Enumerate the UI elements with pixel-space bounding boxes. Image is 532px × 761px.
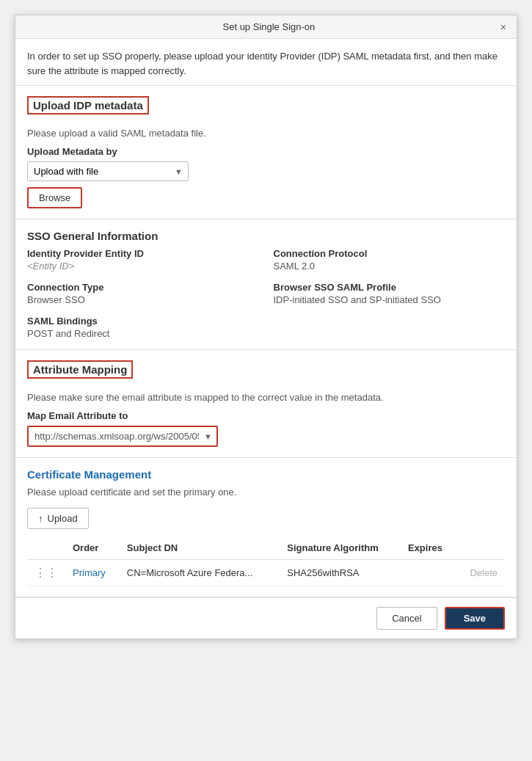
save-button[interactable]: Save: [445, 607, 505, 630]
map-email-label: Map Email Attribute to: [27, 410, 505, 421]
table-row: ⋮⋮ Primary CN=Microsoft Azure Federa... …: [27, 560, 505, 586]
upload-certificate-button[interactable]: ↑ Upload: [27, 508, 89, 529]
field-connection-type-value: Browser SSO: [27, 294, 259, 305]
upload-icon: ↑: [38, 513, 43, 524]
cert-subject-dn: CN=Microsoft Azure Federa...: [120, 560, 280, 586]
col-order: Order: [65, 536, 120, 560]
field-connection-protocol: Connection Protocol SAML 2.0: [274, 248, 506, 272]
col-subject-dn: Subject DN: [120, 536, 280, 560]
field-connection-type: Connection Type Browser SSO: [27, 282, 259, 305]
field-browser-sso-profile: Browser SSO SAML Profile IDP-initiated S…: [274, 282, 506, 305]
upload-method-select[interactable]: Upload with file Upload with URL: [27, 161, 189, 181]
certificate-management-subtitle: Please upload certificate and set the pr…: [27, 487, 505, 498]
certificate-management-title: Certificate Management: [27, 468, 505, 481]
modal-title: Set up Single Sign-on: [37, 21, 500, 32]
drag-handle: ⋮⋮: [27, 560, 65, 586]
col-drag: [27, 536, 65, 560]
map-email-select[interactable]: http://schemas.xmlsoap.org/ws/2005/05/id…: [27, 426, 218, 447]
field-entity-id-value: <Entity ID>: [27, 261, 259, 272]
cert-expires: [401, 560, 456, 586]
col-expires: Expires: [401, 536, 456, 560]
cert-order: Primary: [65, 560, 120, 586]
close-button[interactable]: ×: [500, 22, 506, 32]
col-action: [456, 536, 505, 560]
field-saml-bindings-label: SAML Bindings: [27, 316, 259, 327]
certificate-table: Order Subject DN Signature Algorithm Exp…: [27, 536, 505, 586]
upload-button-label: Upload: [48, 513, 78, 524]
attribute-mapping-title: Attribute Mapping: [27, 360, 133, 379]
field-connection-protocol-value: SAML 2.0: [274, 261, 506, 272]
field-browser-sso-profile-value: IDP-initiated SSO and SP-initiated SSO: [274, 294, 506, 305]
modal-footer: Cancel Save: [15, 597, 517, 638]
cert-table-header-row: Order Subject DN Signature Algorithm Exp…: [27, 536, 505, 560]
field-entity-id: Identity Provider Entity ID <Entity ID>: [27, 248, 259, 272]
intro-text: In order to set up SSO properly, please …: [27, 51, 498, 76]
map-email-select-wrapper: http://schemas.xmlsoap.org/ws/2005/05/id…: [27, 426, 218, 447]
modal-body: In order to set up SSO properly, please …: [15, 39, 517, 597]
sso-general-title: SSO General Information: [27, 230, 505, 242]
modal-header: Set up Single Sign-on ×: [15, 15, 517, 39]
field-saml-bindings-value: POST and Redirect: [27, 328, 259, 339]
upload-idp-title: Upload IDP metadata: [27, 96, 149, 114]
browse-button[interactable]: Browse: [27, 187, 82, 208]
attribute-mapping-subtitle: Please make sure the email attribute is …: [27, 392, 505, 403]
upload-method-wrapper: Upload with file Upload with URL ▼: [27, 161, 189, 181]
sso-general-section: SSO General Information Identity Provide…: [15, 219, 517, 350]
upload-by-label: Upload Metadata by: [27, 146, 505, 157]
cert-delete-button[interactable]: Delete: [456, 560, 505, 586]
certificate-management-section: Certificate Management Please upload cer…: [15, 458, 517, 597]
upload-idp-section: Upload IDP metadata Please upload a vali…: [15, 86, 517, 219]
cancel-button[interactable]: Cancel: [376, 607, 437, 630]
field-browser-sso-profile-label: Browser SSO SAML Profile: [274, 282, 506, 293]
field-saml-bindings: SAML Bindings POST and Redirect: [27, 316, 259, 339]
sso-info-grid: Identity Provider Entity ID <Entity ID> …: [27, 248, 505, 339]
col-signature-algorithm: Signature Algorithm: [280, 536, 401, 560]
field-connection-protocol-label: Connection Protocol: [274, 248, 506, 259]
sso-modal: Set up Single Sign-on × In order to set …: [15, 15, 517, 639]
cert-signature-algorithm: SHA256withRSA: [280, 560, 401, 586]
field-connection-type-label: Connection Type: [27, 282, 259, 293]
attribute-mapping-section: Attribute Mapping Please make sure the e…: [15, 350, 517, 458]
upload-idp-subtitle: Please upload a valid SAML metadata file…: [27, 128, 505, 139]
field-entity-id-label: Identity Provider Entity ID: [27, 248, 259, 259]
intro-section: In order to set up SSO properly, please …: [15, 39, 517, 86]
